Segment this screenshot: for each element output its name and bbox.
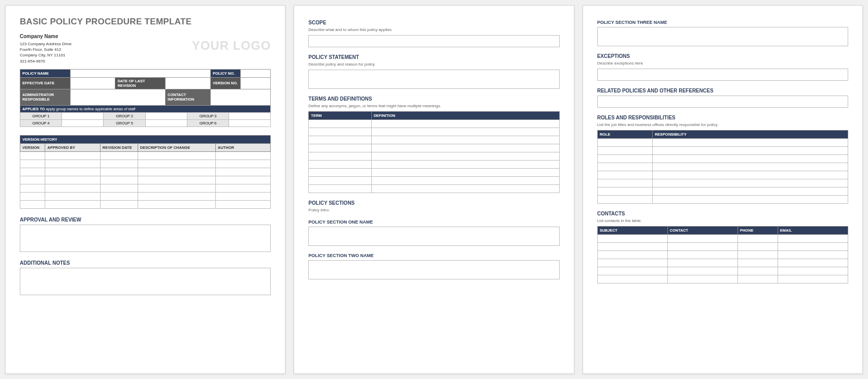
col-role: ROLE [597,131,653,139]
policy-section-two-input[interactable] [308,260,559,279]
table-row[interactable] [597,259,848,267]
table-row[interactable] [597,251,848,259]
approval-review-input[interactable] [20,225,271,252]
col-email: EMAIL [778,227,848,235]
additional-notes-input[interactable] [20,268,271,295]
group-label: GROUP 6 [187,119,229,127]
terms-heading: TERMS AND DEFINITIONS [308,96,559,102]
admin-responsible-input[interactable] [70,89,165,105]
table-row[interactable] [597,147,848,155]
policy-statement-input[interactable] [308,70,559,89]
contacts-heading: CONTACTS [597,211,848,216]
col-author: AUTHOR [215,143,271,151]
table-row[interactable] [309,177,559,185]
group-label: GROUP 3 [187,112,229,119]
table-row[interactable] [597,139,848,147]
version-no-label: VERSION NO. [210,77,240,89]
policy-no-input[interactable] [241,69,271,77]
group-input[interactable] [145,112,187,119]
table-row[interactable] [20,200,271,208]
table-row[interactable] [597,179,848,187]
group-label: GROUP 4 [20,119,62,127]
roles-hint: List the job titles and business offices… [597,122,848,127]
scope-heading: SCOPE [308,20,559,25]
table-row[interactable] [597,235,848,243]
version-no-input[interactable] [241,77,271,89]
group-input[interactable] [229,119,271,127]
group-label: GROUP 1 [20,112,62,119]
col-definition: DEFINITION [371,112,559,120]
effective-date-label: EFFECTIVE DATE [20,77,71,89]
table-row[interactable] [309,152,559,161]
table-row[interactable] [20,192,271,200]
policy-no-label: POLICY NO. [210,69,240,77]
policy-section-three-input[interactable] [597,27,848,46]
table-row[interactable] [309,169,559,177]
table-row[interactable] [309,161,559,169]
exceptions-input[interactable] [597,69,848,81]
date-last-revision-input[interactable] [166,77,211,89]
company-phone: 321-654-9870 [20,58,271,64]
table-row[interactable] [309,136,559,144]
exceptions-hint: Describe exceptions here [597,61,848,66]
col-contact: CONTACT [667,227,737,235]
table-row[interactable] [20,151,271,160]
terms-table: TERM DEFINITION [308,111,559,193]
related-policies-heading: RELATED POLICIES AND OTHER REFERENCES [597,88,848,93]
template-page-2: SCOPE Describe what and to whom this pol… [294,5,574,374]
contact-info-input[interactable] [210,89,270,105]
group-input[interactable] [145,119,187,127]
policy-statement-hint: Describe policy and reason for policy [308,62,559,67]
table-row[interactable] [597,171,848,179]
applies-to-hint: apply group names to define applicable a… [46,107,136,111]
related-policies-input[interactable] [597,96,848,108]
version-history-table: VERSION HISTORY VERSION APPROVED BY REVI… [20,135,271,209]
table-row[interactable] [597,267,848,275]
table-row[interactable] [597,196,848,204]
admin-responsible-label: ADMINISTRATOR RESPONSIBLE [20,89,71,105]
group-label: GROUP 2 [104,112,145,119]
table-row[interactable] [597,163,848,171]
table-row[interactable] [597,187,848,196]
table-row[interactable] [597,275,848,283]
logo-placeholder: YOUR LOGO [192,39,271,53]
group-input[interactable] [229,112,271,119]
policy-name-label: POLICY NAME [20,69,71,77]
group-input[interactable] [62,119,104,127]
group-label: GROUP 5 [104,119,145,127]
col-subject: SUBJECT [597,227,667,235]
policy-section-three-heading: POLICY SECTION THREE NAME [597,20,848,25]
col-version: VERSION [20,143,45,151]
col-term: TERM [309,112,371,120]
template-page-1: BASIC POLICY PROCEDURE TEMPLATE YOUR LOG… [5,5,285,374]
document-title: BASIC POLICY PROCEDURE TEMPLATE [20,17,271,27]
contact-info-label: CONTACT INFORMATION [166,89,211,105]
policy-section-two-heading: POLICY SECTION TWO NAME [308,253,559,258]
col-phone: PHONE [737,227,778,235]
effective-date-input[interactable] [70,77,115,89]
table-row[interactable] [309,144,559,152]
table-row[interactable] [597,243,848,251]
policy-section-one-heading: POLICY SECTION ONE NAME [308,219,559,225]
approval-review-heading: APPROVAL AND REVIEW [20,217,271,223]
table-row[interactable] [20,176,271,184]
policy-name-input[interactable] [70,69,210,77]
table-row[interactable] [20,168,271,176]
template-page-3: POLICY SECTION THREE NAME EXCEPTIONS Des… [583,5,863,374]
table-row[interactable] [20,184,271,192]
table-row[interactable] [309,128,559,136]
exceptions-heading: EXCEPTIONS [597,53,848,59]
policy-section-one-input[interactable] [308,227,559,246]
table-row[interactable] [597,155,848,163]
group-input[interactable] [62,112,104,119]
date-last-revision-label: DATE OF LAST REVISION [115,77,166,89]
scope-input[interactable] [308,35,559,47]
applies-to-groups: GROUP 1 GROUP 2 GROUP 3 GROUP 4 GROUP 5 … [20,112,271,127]
table-row[interactable] [309,185,559,193]
applies-to-bar: APPLIES TO apply group names to define a… [20,106,271,112]
roles-heading: ROLES AND RESPONSIBILITIES [597,115,848,120]
policy-statement-heading: POLICY STATEMENT [308,54,559,60]
table-row[interactable] [20,160,271,168]
table-row[interactable] [309,120,559,128]
col-description: DESCRIPTION OF CHANGE [138,143,215,151]
